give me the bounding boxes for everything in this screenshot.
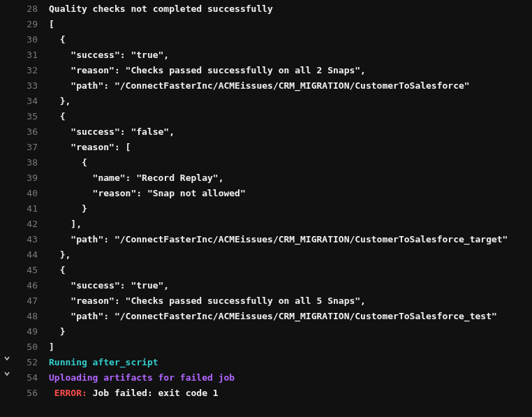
log-text: ], (38, 217, 82, 232)
log-text: { (38, 109, 65, 124)
log-segment: } (49, 326, 65, 337)
line-number: 33 (14, 78, 38, 94)
line-number: 38 (14, 155, 38, 170)
log-segment: { (49, 34, 65, 45)
log-segment: "reason": "Checks passed successfully on… (49, 65, 366, 75)
log-line: 37 "reason": [ (0, 140, 532, 155)
log-segment: "reason": [ (49, 142, 131, 152)
log-text: "reason": [ (38, 140, 131, 155)
line-number: 34 (14, 94, 38, 109)
log-text: { (38, 155, 87, 170)
log-segment: Uploading artifacts for failed job (49, 372, 235, 383)
line-number: 48 (14, 309, 38, 324)
fold-chevron-icon[interactable] (0, 370, 14, 377)
log-line: 48 "path": "/ConnectFasterInc/ACMEissues… (0, 309, 532, 324)
log-text: Running after_script (38, 355, 158, 370)
log-line: 44 }, (0, 247, 532, 263)
log-segment: ] (49, 342, 54, 352)
log-line: 32 "reason": "Checks passed successfully… (0, 63, 532, 78)
line-number: 42 (14, 217, 38, 232)
log-line: 49 } (0, 324, 532, 339)
log-segment: "success": "true", (49, 50, 169, 60)
log-viewer: 28Quality checks not completed successfu… (0, 0, 532, 417)
log-segment: }, (49, 249, 71, 260)
line-number: 56 (14, 386, 38, 401)
log-line: 33 "path": "/ConnectFasterInc/ACMEissues… (0, 78, 532, 94)
log-text: ERROR: Job failed: exit code 1 (38, 386, 219, 401)
log-text: "path": "/ConnectFasterInc/ACMEissues/CR… (38, 232, 508, 247)
log-text: }, (38, 94, 71, 109)
log-text: "success": "true", (38, 278, 169, 293)
log-text: [ (38, 17, 54, 32)
log-segment: "reason": "Checks passed successfully on… (49, 295, 366, 306)
log-segment: "name": "Record Replay", (49, 173, 223, 183)
log-text: Uploading artifacts for failed job (38, 370, 235, 386)
log-segment: { (49, 157, 87, 168)
log-line: 56 ERROR: Job failed: exit code 1 (0, 386, 532, 401)
log-text: "path": "/ConnectFasterInc/ACMEissues/CR… (38, 78, 470, 94)
log-segment: "success": "false", (49, 126, 175, 137)
log-text: "path": "/ConnectFasterInc/ACMEissues/CR… (38, 309, 497, 324)
log-text: "success": "false", (38, 124, 175, 140)
log-text: "reason": "Checks passed successfully on… (38, 63, 366, 78)
fold-chevron-icon[interactable] (0, 355, 14, 362)
log-text: } (38, 324, 65, 339)
log-segment: [ (49, 19, 54, 29)
log-text: "success": "true", (38, 47, 169, 63)
log-line: 47 "reason": "Checks passed successfully… (0, 293, 532, 309)
line-number: 40 (14, 186, 38, 201)
log-text: "reason": "Checks passed successfully on… (38, 293, 366, 309)
log-line: 28Quality checks not completed successfu… (0, 1, 532, 17)
log-segment: "path": "/ConnectFasterInc/ACMEissues/CR… (49, 234, 508, 244)
log-line: 52Running after_script (0, 355, 532, 370)
log-line: 36 "success": "false", (0, 124, 532, 140)
log-segment: "path": "/ConnectFasterInc/ACMEissues/CR… (49, 80, 470, 91)
log-line: 31 "success": "true", (0, 47, 532, 63)
log-line: 39 "name": "Record Replay", (0, 170, 532, 186)
log-line: 30 { (0, 32, 532, 47)
log-text: ] (38, 339, 54, 355)
log-segment: Quality checks not completed successfull… (49, 3, 273, 14)
line-number: 50 (14, 339, 38, 355)
log-line: 29[ (0, 17, 532, 32)
log-text: }, (38, 247, 71, 263)
line-number: 54 (14, 370, 38, 386)
line-number: 32 (14, 63, 38, 78)
log-text: } (38, 201, 87, 217)
line-number: 35 (14, 109, 38, 124)
line-number: 44 (14, 247, 38, 263)
log-text: "name": "Record Replay", (38, 170, 223, 186)
line-number: 41 (14, 201, 38, 217)
log-segment: { (49, 265, 65, 275)
line-number: 46 (14, 278, 38, 293)
log-line: 43 "path": "/ConnectFasterInc/ACMEissues… (0, 232, 532, 247)
log-line: 35 { (0, 109, 532, 124)
log-line: 54Uploading artifacts for failed job (0, 370, 532, 386)
log-text: Quality checks not completed successfull… (38, 1, 273, 17)
log-segment: Running after_script (49, 357, 158, 367)
log-line: 45 { (0, 263, 532, 278)
line-number: 49 (14, 324, 38, 339)
log-segment: "path": "/ConnectFasterInc/ACMEissues/CR… (49, 311, 497, 321)
log-segment: { (49, 111, 65, 122)
log-segment: "reason": "Snap not allowed" (49, 188, 246, 198)
line-number: 52 (14, 355, 38, 370)
log-segment: }, (49, 96, 71, 106)
log-segment: Job failed: exit code 1 (93, 388, 219, 398)
log-segment: ERROR: (49, 388, 93, 398)
log-text: { (38, 263, 65, 278)
line-number: 47 (14, 293, 38, 309)
log-segment: ], (49, 219, 82, 229)
log-segment: } (49, 203, 87, 214)
log-text: { (38, 32, 65, 47)
log-line: 50] (0, 339, 532, 355)
line-number: 29 (14, 17, 38, 32)
log-line: 34 }, (0, 94, 532, 109)
line-number: 37 (14, 140, 38, 155)
line-number: 36 (14, 124, 38, 140)
line-number: 30 (14, 32, 38, 47)
line-number: 43 (14, 232, 38, 247)
log-line: 42 ], (0, 217, 532, 232)
log-segment: "success": "true", (49, 280, 169, 291)
log-line: 41 } (0, 201, 532, 217)
